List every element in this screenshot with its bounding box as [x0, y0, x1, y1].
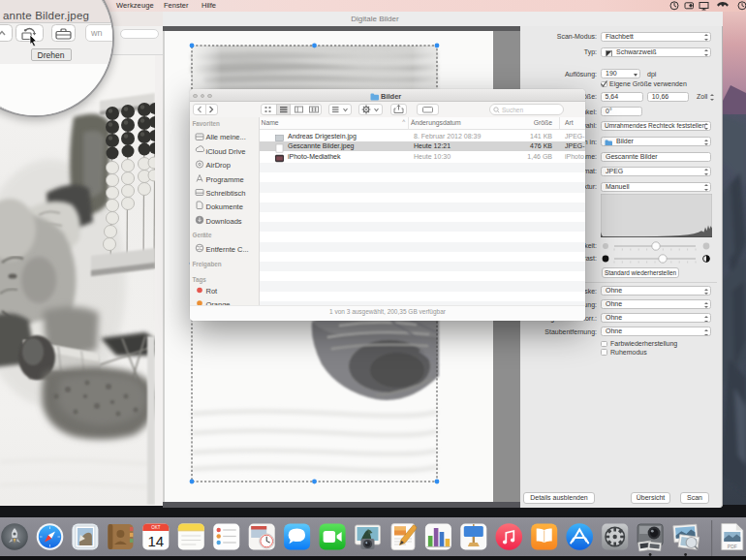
svg-text:14: 14 [147, 533, 164, 549]
svg-text:PDF: PDF [728, 544, 737, 549]
svg-text:OKT: OKT [151, 525, 161, 530]
